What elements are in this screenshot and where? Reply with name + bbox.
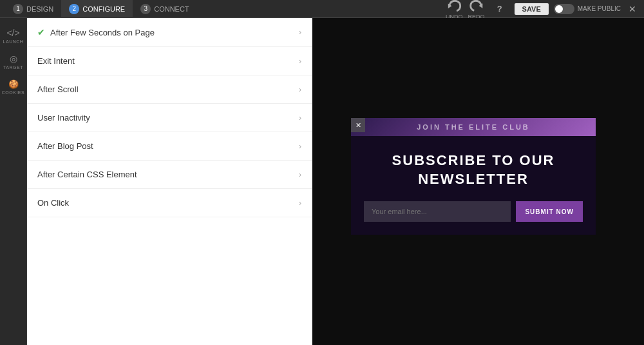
menu-list: ✔ After Few Seconds on Page › Exit Inten… bbox=[27, 18, 312, 345]
make-public-toggle[interactable]: MAKE PUBLIC bbox=[554, 4, 621, 14]
step-configure-num: 2 bbox=[69, 4, 79, 14]
help-button[interactable]: ? bbox=[490, 3, 509, 15]
chevron-right-icon-1: › bbox=[299, 57, 301, 66]
undo-button[interactable]: UNDO bbox=[446, 0, 463, 20]
popup-form-row: SUBMIT NOW bbox=[364, 201, 583, 222]
topbar-steps: 1 DESIGN 2 CONFIGURE 3 CONNECT bbox=[5, 0, 446, 18]
help-icon: ? bbox=[497, 4, 502, 14]
sidebar: </> LAUNCH ◎ TARGET 🍪 COOKIES bbox=[0, 18, 27, 345]
sidebar-item-launch[interactable]: </> LAUNCH bbox=[0, 23, 26, 49]
menu-item-css-label: After Certain CSS Element bbox=[37, 170, 137, 179]
popup-close-button[interactable]: ✕ bbox=[351, 118, 365, 132]
step-connect-num: 3 bbox=[140, 4, 151, 14]
menu-item-exit-label: Exit Intent bbox=[37, 56, 75, 66]
menu-item-click[interactable]: On Click › bbox=[27, 189, 312, 217]
step-connect[interactable]: 3 CONNECT bbox=[133, 0, 196, 18]
step-configure[interactable]: 2 CONFIGURE bbox=[61, 0, 133, 18]
menu-item-inactivity-label: User Inactivity bbox=[37, 113, 90, 123]
step-design-label: DESIGN bbox=[26, 5, 53, 13]
center-panel: ✔ After Few Seconds on Page › Exit Inten… bbox=[27, 18, 312, 345]
topbar-right: UNDO REDO ? SAVE MAKE PUBLIC ✕ bbox=[446, 0, 639, 20]
popup-container: ✕ JOIN THE ELITE CLUB SUBSCRIBE TO OUR N… bbox=[351, 118, 596, 235]
popup-body: SUBSCRIBE TO OUR NEWSLETTER SUBMIT NOW bbox=[351, 136, 596, 235]
menu-item-blog[interactable]: After Blog Post › bbox=[27, 132, 312, 161]
chevron-right-icon-0: › bbox=[299, 28, 301, 37]
menu-item-inactivity[interactable]: User Inactivity › bbox=[27, 104, 312, 132]
step-design-num: 1 bbox=[13, 4, 23, 14]
target-icon: ◎ bbox=[10, 54, 17, 63]
menu-item-inactivity-left: User Inactivity bbox=[37, 113, 90, 123]
main: </> LAUNCH ◎ TARGET 🍪 COOKIES ✔ After Fe… bbox=[0, 18, 644, 345]
popup-title: SUBSCRIBE TO OUR NEWSLETTER bbox=[364, 152, 583, 188]
topbar: 1 DESIGN 2 CONFIGURE 3 CONNECT UNDO REDO… bbox=[0, 0, 644, 18]
menu-item-exit-left: Exit Intent bbox=[37, 56, 75, 66]
menu-item-blog-label: After Blog Post bbox=[37, 141, 93, 151]
menu-item-exit[interactable]: Exit Intent › bbox=[27, 47, 312, 75]
menu-item-css[interactable]: After Certain CSS Element › bbox=[27, 161, 312, 189]
sidebar-item-cookies[interactable]: 🍪 COOKIES bbox=[0, 75, 26, 100]
check-icon: ✔ bbox=[37, 27, 45, 37]
make-public-label: MAKE PUBLIC bbox=[578, 5, 621, 12]
chevron-right-icon-4: › bbox=[299, 142, 301, 151]
menu-item-css-left: After Certain CSS Element bbox=[37, 170, 137, 179]
menu-item-scroll[interactable]: After Scroll › bbox=[27, 75, 312, 104]
chevron-right-icon-5: › bbox=[299, 170, 301, 179]
menu-item-seconds-left: ✔ After Few Seconds on Page bbox=[37, 27, 155, 37]
menu-item-blog-left: After Blog Post bbox=[37, 141, 93, 151]
cookies-icon: 🍪 bbox=[8, 80, 19, 88]
close-button[interactable]: ✕ bbox=[626, 4, 639, 14]
sidebar-item-target[interactable]: ◎ TARGET bbox=[0, 49, 26, 75]
popup-banner-text: JOIN THE ELITE CLUB bbox=[417, 123, 530, 131]
popup-header-banner: JOIN THE ELITE CLUB bbox=[351, 118, 596, 136]
step-configure-label: CONFIGURE bbox=[82, 5, 125, 13]
popup-email-input[interactable] bbox=[364, 201, 511, 222]
menu-item-scroll-label: After Scroll bbox=[37, 84, 79, 94]
chevron-right-icon-3: › bbox=[299, 113, 301, 123]
save-button[interactable]: SAVE bbox=[515, 3, 549, 15]
toggle-switch[interactable] bbox=[554, 4, 574, 14]
sidebar-cookies-label: COOKIES bbox=[2, 90, 24, 95]
sidebar-target-label: TARGET bbox=[3, 65, 23, 70]
chevron-right-icon-6: › bbox=[299, 199, 301, 208]
popup-title-line2: NEWSLETTER bbox=[418, 171, 529, 187]
launch-icon: </> bbox=[6, 28, 19, 37]
menu-item-seconds-label: After Few Seconds on Page bbox=[50, 28, 155, 37]
redo-button[interactable]: REDO bbox=[468, 0, 485, 20]
menu-item-click-left: On Click bbox=[37, 198, 69, 208]
sidebar-launch-label: LAUNCH bbox=[3, 39, 24, 44]
menu-item-scroll-left: After Scroll bbox=[37, 84, 79, 94]
preview-area: ✕ JOIN THE ELITE CLUB SUBSCRIBE TO OUR N… bbox=[312, 18, 644, 345]
step-connect-label: CONNECT bbox=[154, 5, 189, 13]
popup-submit-button[interactable]: SUBMIT NOW bbox=[516, 201, 583, 222]
chevron-right-icon-2: › bbox=[299, 85, 301, 94]
menu-item-seconds[interactable]: ✔ After Few Seconds on Page › bbox=[27, 18, 312, 47]
step-design[interactable]: 1 DESIGN bbox=[5, 0, 61, 18]
popup-title-line1: SUBSCRIBE TO OUR bbox=[392, 152, 555, 168]
menu-item-click-label: On Click bbox=[37, 198, 69, 208]
